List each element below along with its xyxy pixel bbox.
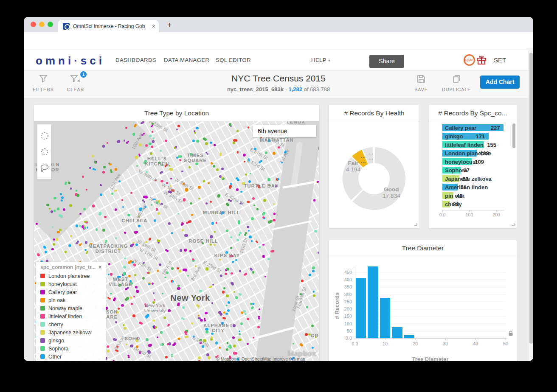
tree-dot: [146, 317, 147, 319]
lasso-select-tool-icon[interactable]: [40, 164, 49, 172]
tree-dot: [145, 305, 147, 307]
row-chart-row[interactable]: Callery pear227: [429, 123, 511, 132]
legend-item[interactable]: Sophora: [40, 344, 101, 353]
minimize-window-button[interactable]: [39, 22, 45, 27]
nav-item-help[interactable]: HELP▾: [311, 57, 331, 63]
species-chart-scrollbar[interactable]: [512, 123, 515, 213]
browser-tab[interactable]: OmniSci Immerse - Racing Gob ×: [58, 20, 159, 32]
legend-color-chip: [40, 282, 45, 286]
histogram-bar[interactable]: [392, 327, 402, 338]
tree-dot: [57, 207, 60, 210]
row-chart-row[interactable]: Japanese zelkova63: [429, 174, 511, 183]
row-chart-row[interactable]: ginkgo171: [429, 132, 511, 140]
row-chart-row[interactable]: pin oak41: [429, 191, 511, 200]
page-scrollbar[interactable]: [528, 50, 533, 361]
save-button[interactable]: SAVE: [406, 74, 436, 92]
share-button[interactable]: Share: [369, 55, 404, 68]
tab-close-icon[interactable]: ×: [152, 23, 155, 30]
tree-dot: [181, 171, 183, 173]
health-donut-chart[interactable]: Good 17,834Fair 4,194... ...... ...: [329, 121, 419, 228]
legend-item[interactable]: pin oak: [40, 296, 101, 304]
tree-dot: [312, 270, 315, 272]
legend-item[interactable]: London planetree: [40, 272, 101, 280]
tree-dot: [146, 171, 148, 174]
health-chart-card: # Records By Health Good 17,834Fair 4,19…: [329, 105, 419, 228]
omnisci-logo[interactable]: omni·sci: [36, 54, 105, 67]
legend-item[interactable]: Other: [40, 353, 101, 361]
legend-item[interactable]: ginkgo: [40, 336, 101, 344]
axis-lock-icon[interactable]: [508, 330, 514, 336]
tree-dot: [110, 293, 112, 295]
map-search-input[interactable]: 6th avenue: [253, 125, 316, 137]
row-chart-row[interactable]: London planetree128: [429, 149, 511, 157]
tree-dot: [222, 291, 225, 294]
species-chart-title[interactable]: # Records By Spc_co...: [429, 105, 517, 121]
tree-dot: [262, 216, 264, 218]
row-chart-row[interactable]: American linden56: [429, 183, 511, 191]
histogram-bar[interactable]: [404, 335, 414, 338]
new-tab-button[interactable]: +: [164, 20, 175, 31]
nav-item-data-manager[interactable]: DATA MANAGER: [164, 57, 209, 63]
card-resize-handle[interactable]: [512, 223, 515, 226]
tree-dot: [192, 140, 195, 142]
close-window-button[interactable]: [31, 22, 36, 27]
add-chart-button[interactable]: Add Chart: [480, 76, 520, 89]
tree-dot: [152, 283, 154, 285]
map-canvas[interactable]: LENOX HILLMIDTOWN MANHATTANHELL'S KITCHE…: [34, 121, 319, 361]
settings-link[interactable]: SET: [494, 56, 506, 64]
gift-icon[interactable]: [476, 56, 487, 65]
tree-dot: [241, 311, 244, 314]
y-tick-label: 350: [329, 284, 352, 289]
tree-dot: [219, 154, 222, 156]
row-chart-row[interactable]: Sophora67: [429, 166, 511, 174]
tree-dot: [158, 212, 160, 215]
row-chart-row[interactable]: littleleaf linden155: [429, 140, 511, 149]
nav-item-dashboards[interactable]: DASHBOARDS: [115, 57, 156, 63]
tree-dot: [152, 140, 155, 143]
tree-dot: [236, 130, 239, 132]
row-chart-row[interactable]: honeylocust109: [429, 157, 511, 166]
histogram-bar[interactable]: [368, 266, 378, 338]
tree-dot: [200, 342, 202, 344]
legend-item[interactable]: Japanese zelkova: [40, 328, 101, 336]
diameter-histogram[interactable]: 0.0501001502002503003504004500.010203040…: [329, 240, 517, 361]
tree-dot: [182, 306, 185, 309]
health-chart-title[interactable]: # Records By Health: [329, 105, 419, 121]
tree-dot: [240, 202, 242, 204]
map-attribution[interactable]: © Mapbox © OpenStreetMap Improve this ma…: [217, 357, 305, 361]
tree-dot: [228, 346, 230, 348]
map-chart-title[interactable]: Tree Type by Location: [34, 105, 319, 121]
legend-item-label: littleleaf linden: [48, 314, 82, 319]
histogram-bar[interactable]: [380, 298, 390, 338]
tree-dot: [202, 242, 204, 244]
tree-dot: [225, 273, 227, 275]
legend-item[interactable]: Callery pear: [40, 288, 101, 296]
legend-item[interactable]: honeylocust: [40, 280, 101, 288]
card-resize-handle[interactable]: [414, 223, 417, 226]
source-table[interactable]: nyc_trees_2015_683k: [227, 86, 284, 92]
histogram-bar[interactable]: [356, 278, 366, 338]
zoom-window-button[interactable]: [48, 22, 53, 27]
map-chart-card: Tree Type by Location LENOX HILLMIDTOWN …: [34, 105, 319, 361]
tree-dot: [51, 210, 53, 213]
tree-dot: [233, 142, 235, 144]
legend-color-chip: [40, 346, 45, 351]
tree-dot: [166, 272, 169, 274]
tree-dot: [211, 222, 214, 225]
row-chart-row[interactable]: cherry28: [429, 200, 511, 208]
legend-close-icon[interactable]: ×: [98, 264, 101, 270]
legend-item[interactable]: littleleaf linden: [40, 312, 101, 320]
tree-dot: [215, 342, 218, 344]
tree-dot: [233, 324, 236, 327]
tree-dot: [239, 232, 242, 234]
circle-select-tool-icon[interactable]: [40, 132, 49, 140]
map-label: 3rd Ave: [190, 266, 202, 282]
legend-item[interactable]: Norway maple: [40, 304, 101, 312]
jupyter-icon[interactable]: jupyter: [464, 54, 475, 66]
legend-item[interactable]: cherry: [40, 320, 101, 328]
legend-item-label: Other: [48, 354, 62, 360]
duplicate-button[interactable]: DUPLICATE: [442, 74, 471, 92]
polygon-select-tool-icon[interactable]: [40, 148, 49, 156]
species-row-chart[interactable]: Callery pear227ginkgo171littleleaf linde…: [429, 123, 511, 208]
nav-item-sql-editor[interactable]: SQL EDITOR: [216, 57, 251, 63]
